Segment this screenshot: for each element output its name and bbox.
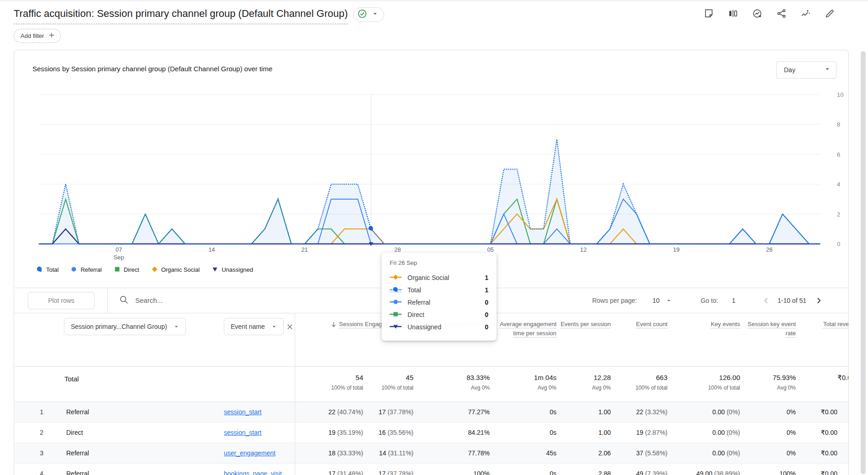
triangle-down-icon	[212, 266, 218, 274]
metric-cell: 2.06	[556, 443, 611, 464]
column-header-avg_engagement_time[interactable]: Average engagement time per session	[490, 313, 556, 366]
search-input[interactable]	[135, 296, 327, 304]
plus-icon	[48, 31, 56, 41]
table-totals-row: Total54100% of total45100% of total83.33…	[14, 367, 848, 402]
totals-cell: 75.93%Avg 0%	[740, 367, 796, 401]
tooltip-series-label: Total	[408, 286, 421, 294]
table-row[interactable]: 1Referralsession_start22 (40.74%)17 (37.…	[14, 402, 848, 422]
metric-cell: 22 (40.74%)	[295, 402, 363, 422]
metric-cell: 22 (3.32%)	[611, 402, 667, 422]
legend-item-total[interactable]: Total	[36, 266, 58, 274]
metric-cell: 17 (37.78%)	[363, 402, 413, 422]
previous-page-icon[interactable]	[761, 296, 771, 306]
tooltip-row: Unassigned0	[390, 321, 488, 333]
legend-item-direct[interactable]: Direct	[114, 266, 139, 274]
next-page-icon[interactable]	[814, 296, 824, 306]
tooltip-row: Total1	[390, 284, 488, 296]
svg-text:8: 8	[837, 121, 840, 128]
go-to-input[interactable]	[732, 297, 746, 304]
granularity-value: Day	[784, 66, 795, 74]
legend-label: Total	[46, 266, 58, 273]
metric-cell: 0s	[490, 464, 556, 475]
go-to-label: Go to:	[701, 297, 718, 304]
check-circle-icon	[357, 9, 367, 21]
svg-text:12: 12	[580, 246, 587, 253]
metric-cell: 2.88	[556, 464, 611, 475]
comparison-icon[interactable]	[728, 8, 738, 19]
teardrop-icon	[390, 286, 402, 295]
event-link[interactable]: user_engagement	[224, 449, 275, 457]
totals-cell: 54100% of total	[295, 367, 363, 401]
metric-cell: 0%	[740, 443, 796, 464]
row-channel: Referral	[43, 402, 224, 422]
row-event: session_start	[224, 402, 295, 422]
tooltip-series-value: 0	[485, 323, 488, 331]
metric-cell: 0%	[740, 422, 796, 443]
svg-text:6: 6	[837, 151, 840, 158]
table-row[interactable]: 2Directsession_start19 (35.19%)16 (35.56…	[14, 422, 848, 443]
tooltip-date: Fri 26 Sep	[390, 259, 488, 266]
notes-icon[interactable]	[704, 8, 714, 19]
sessions-over-time-chart[interactable]: 024681007Sep14212805121926	[14, 79, 848, 262]
totals-cell: 45100% of total	[363, 367, 413, 401]
metric-cell: 100%	[413, 464, 490, 475]
metric-cell: 17 (31.48%)	[295, 464, 363, 475]
metric-cell: 37 (5.58%)	[611, 443, 667, 464]
svg-text:2: 2	[837, 211, 840, 217]
share-icon[interactable]	[776, 8, 787, 19]
row-rank: 3	[14, 443, 43, 464]
column-header-events_per_session[interactable]: Events per session	[556, 313, 611, 366]
totals-cell: 663100% of total	[611, 367, 667, 401]
metric-cell: 1.00	[556, 422, 611, 443]
tooltip-row: Organic Social1	[390, 272, 488, 284]
chevron-down-icon	[270, 323, 278, 330]
svg-text:Sep: Sep	[113, 254, 124, 261]
metric-cell: 0.00 (0%)	[667, 443, 740, 464]
legend-item-referral[interactable]: Referral	[70, 266, 101, 274]
metric-cell: 19 (35.19%)	[295, 422, 363, 443]
totals-cell: 126.00100% of total	[667, 367, 740, 401]
teardrop-icon	[36, 266, 43, 274]
legend-label: Unassigned	[222, 266, 253, 273]
status-badge[interactable]	[353, 7, 384, 22]
event-link[interactable]: session_start	[224, 429, 261, 436]
plot-rows-button[interactable]: Plot rows	[28, 292, 95, 309]
report-card: Sessions by Session primary channel grou…	[14, 50, 849, 475]
metric-cell: 49 (7.39%)	[611, 464, 667, 475]
metric-cell: ₹0.00	[796, 422, 849, 443]
legend-item-unassigned[interactable]: Unassigned	[212, 266, 253, 274]
insights-icon[interactable]	[752, 8, 762, 19]
add-filter-button[interactable]: Add filter	[14, 29, 61, 43]
event-link[interactable]: session_start	[224, 408, 261, 416]
table-row[interactable]: 3Referraluser_engagement18 (33.33%)14 (3…	[14, 443, 848, 464]
column-header-session_key_event_rate[interactable]: Session key event rate	[740, 313, 796, 366]
svg-text:28: 28	[394, 246, 401, 253]
column-header-total_revenue[interactable]: Total revenue	[796, 313, 849, 366]
page-title: Traffic acquisition: Session primary cha…	[14, 7, 348, 24]
granularity-select[interactable]: Day	[776, 61, 836, 79]
svg-text:0: 0	[837, 241, 840, 248]
column-header-event_count[interactable]: Event count	[611, 313, 667, 366]
metric-cell: 0.00 (0%)	[667, 422, 740, 443]
tooltip-series-label: Organic Social	[408, 274, 449, 281]
diamond-icon	[151, 266, 158, 274]
square-icon	[114, 266, 121, 274]
svg-text:19: 19	[673, 246, 679, 253]
primary-dimension-select[interactable]: Session primary...Channel Group)	[64, 318, 186, 335]
event-link[interactable]: bookings_page_visit	[224, 470, 282, 475]
remove-dimension-icon[interactable]	[286, 322, 294, 331]
analytics-intelligence-icon[interactable]	[800, 8, 811, 19]
table-row[interactable]: 4Referralbookings_page_visit17 (31.48%)1…	[14, 464, 848, 475]
edit-icon[interactable]	[825, 8, 835, 19]
column-header-key_events[interactable]: Key events	[667, 313, 740, 366]
vertical-scrollbar[interactable]	[861, 51, 866, 474]
column-header-sessions[interactable]: Sessions	[295, 313, 363, 366]
filter-row: Add filter	[0, 24, 868, 43]
tooltip-series-label: Referral	[408, 299, 430, 306]
row-event: user_engagement	[224, 443, 295, 464]
rows-per-page-select[interactable]: 10	[652, 297, 672, 304]
tooltip-series-value: 1	[485, 286, 488, 294]
search-icon	[119, 295, 129, 306]
legend-item-organic-social[interactable]: Organic Social	[151, 266, 200, 274]
secondary-dimension-select[interactable]: Event name	[224, 318, 284, 335]
